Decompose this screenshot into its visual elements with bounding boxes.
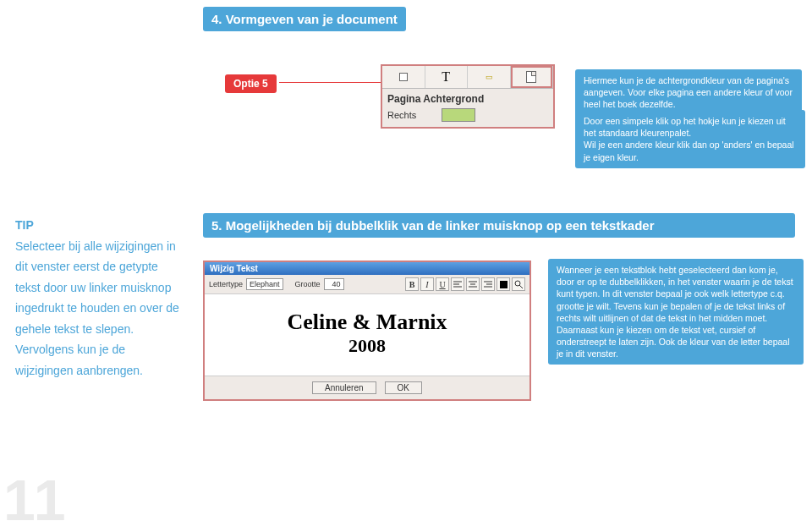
intro-copy-2: Door een simpele klik op het hokje kun j… xyxy=(575,110,805,168)
tip-body: Selecteer bij alle wijzigingen in dit ve… xyxy=(15,236,184,381)
size-label: Grootte xyxy=(295,280,321,288)
bold-icon: B xyxy=(405,277,419,291)
tip-sidebar: TIP Selecteer bij alle wijzigingen in di… xyxy=(15,215,184,381)
search-icon xyxy=(512,277,525,291)
option-5-label: Optie 5 xyxy=(225,74,277,93)
intro-copy-1: Hiermee kun je de achtergrondkleur van d… xyxy=(575,69,802,116)
color-icon xyxy=(497,277,510,291)
font-select: Elephant xyxy=(246,278,283,290)
svg-line-10 xyxy=(519,285,523,288)
cancel-button: Annuleren xyxy=(312,381,376,394)
dialog-titlebar: Wijzig Tekst xyxy=(205,262,529,275)
italic-icon: I xyxy=(420,277,434,291)
screenshot1-toolbar: T ▭ xyxy=(382,66,553,89)
tool-page-icon xyxy=(511,66,554,88)
page-number: 11 xyxy=(3,467,64,521)
align-right-icon xyxy=(481,277,495,291)
rechts-label: Rechts xyxy=(387,110,416,120)
align-center-icon xyxy=(466,277,480,291)
page-icon xyxy=(526,71,536,83)
tool-text-icon: T xyxy=(425,66,469,88)
section-5-heading: 5. Mogelijkheden bij dubbelklik van de l… xyxy=(203,213,795,238)
dialog-canvas: Celine & Marnix 2008 xyxy=(205,294,529,376)
color-swatch xyxy=(442,108,475,122)
tip-title: TIP xyxy=(15,215,184,236)
size-select: 40 xyxy=(324,278,344,290)
sample-text-line2: 2008 xyxy=(205,335,529,357)
style-icon-group: B I U xyxy=(405,277,525,291)
ruler-icon: ▭ xyxy=(486,73,492,81)
underline-icon: U xyxy=(436,277,449,291)
tool-shape-icon xyxy=(382,66,425,88)
align-left-icon xyxy=(451,277,464,291)
square-icon xyxy=(399,73,408,81)
ok-button: OK xyxy=(385,381,422,394)
sample-text-line1: Celine & Marnix xyxy=(205,310,529,335)
dialog-button-row: Annuleren OK xyxy=(205,376,529,399)
dialog-options-row: Lettertype Elephant Grootte 40 B I U xyxy=(205,275,529,294)
pagina-achtergrond-screenshot: T ▭ Pagina Achtergrond Rechts xyxy=(381,64,555,129)
tool-ruler-icon: ▭ xyxy=(468,66,511,88)
font-label: Lettertype xyxy=(209,280,243,288)
screenshot1-row: Rechts xyxy=(382,107,553,127)
pagina-achtergrond-label: Pagina Achtergrond xyxy=(382,89,553,107)
letter-t-icon: T xyxy=(442,69,450,85)
wijzig-tekst-screenshot: Wijzig Tekst Lettertype Elephant Grootte… xyxy=(203,260,531,401)
section-4-heading: 4. Vormgeven van je document xyxy=(203,7,406,31)
section-5-copy: Wanneer je een tekstblok hebt geselectee… xyxy=(548,259,804,365)
